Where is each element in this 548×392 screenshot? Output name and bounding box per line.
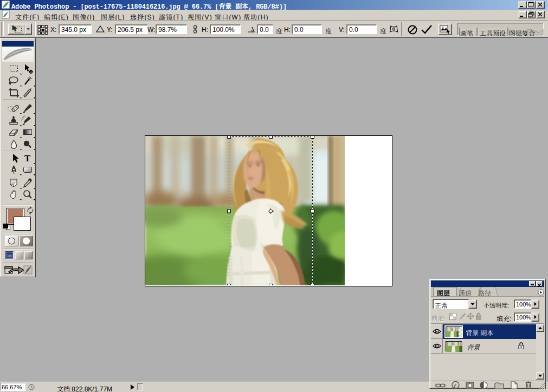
svg-text:T: T — [24, 153, 31, 164]
svg-text:f: f — [454, 382, 457, 389]
